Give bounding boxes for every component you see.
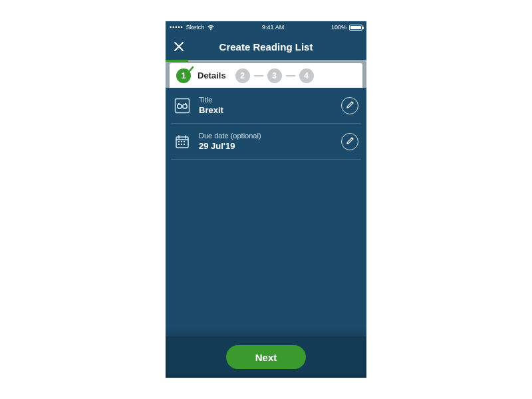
pencil-icon — [346, 100, 354, 112]
close-button[interactable] — [172, 40, 186, 53]
title-label: Title — [199, 96, 333, 104]
due-date-row: Due date (optional) 29 Jul'19 — [171, 124, 361, 160]
carrier-label: Sketch — [186, 24, 205, 31]
step-pill-4[interactable]: 4 — [299, 68, 314, 83]
pencil-icon — [346, 136, 354, 148]
title-value: Brexit — [199, 105, 333, 115]
svg-rect-4 — [178, 141, 180, 142]
status-bar: ••••• Sketch 9:41 AM 100% — [166, 21, 366, 33]
due-value: 29 Jul'19 — [199, 141, 333, 151]
wifi-icon — [207, 25, 215, 31]
svg-rect-6 — [184, 141, 185, 142]
step-pill-3-num: 3 — [272, 71, 277, 80]
checkmark-icon — [186, 65, 194, 74]
step-pill-3[interactable]: 3 — [267, 68, 282, 83]
title-row: Title Brexit — [171, 88, 361, 124]
step-pill-1[interactable]: 1 — [176, 68, 191, 83]
signal-dots: ••••• — [170, 24, 184, 31]
step-pill-2[interactable]: 2 — [235, 68, 250, 83]
calendar-icon — [174, 133, 191, 150]
step-pill-2-num: 2 — [240, 71, 245, 80]
svg-rect-9 — [184, 144, 185, 145]
battery-pct: 100% — [331, 24, 346, 31]
step-active-label: Details — [198, 70, 226, 80]
svg-point-2 — [183, 104, 187, 108]
svg-rect-8 — [181, 144, 182, 145]
form-content: Title Brexit — [166, 88, 366, 160]
step-connector — [286, 75, 295, 76]
glasses-icon — [174, 97, 191, 114]
edit-title-button[interactable] — [341, 97, 358, 114]
nav-bar: Create Reading List — [166, 33, 366, 60]
svg-point-1 — [178, 104, 182, 108]
phone-frame: ••••• Sketch 9:41 AM 100% Create Reading… — [166, 21, 366, 378]
step-pill-4-num: 4 — [304, 71, 309, 80]
next-button[interactable]: Next — [226, 345, 307, 369]
battery-icon — [349, 25, 362, 31]
status-time: 9:41 AM — [262, 24, 284, 31]
page-title: Create Reading List — [219, 41, 313, 53]
due-label: Due date (optional) — [199, 132, 333, 140]
step-connector — [254, 75, 263, 76]
svg-rect-7 — [178, 144, 180, 145]
footer-bar: Next — [166, 336, 366, 378]
step-bar: 1 Details 2 3 4 — [166, 60, 366, 88]
svg-rect-5 — [181, 141, 182, 142]
edit-due-button[interactable] — [341, 133, 358, 150]
